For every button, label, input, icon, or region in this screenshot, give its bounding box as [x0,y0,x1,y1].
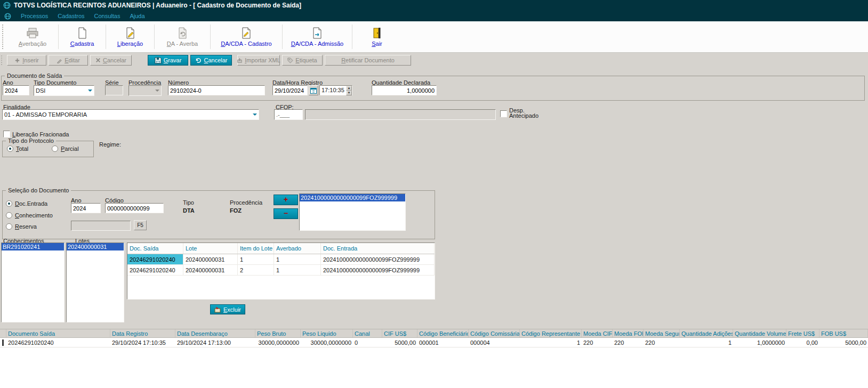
chevron-down-icon[interactable] [251,110,259,119]
col-header[interactable]: Data Desembaraço [175,329,255,337]
numero-input[interactable] [168,85,265,95]
table-row[interactable]: 20246291020240 29/10/2024 17:10:35 29/10… [0,338,868,347]
documentos-listbox[interactable]: 20241000000000000099FOZ999999 [299,193,406,231]
cell-averbado[interactable]: 1 [274,265,321,275]
col-header[interactable]: CIF US$ [382,329,417,337]
cell-item-lote[interactable]: 2 [238,265,274,275]
col-header[interactable]: Documento Saída [6,329,110,337]
col-header[interactable]: Quantidade Volumes [733,329,786,337]
cell-doc-entrada[interactable]: 20241000000000000099FOZ999999 [321,254,435,264]
radio-total[interactable]: Total [7,146,28,152]
toolbar-gripper[interactable] [2,25,6,49]
inserir-button[interactable]: Inserir [7,55,46,66]
cell[interactable]: 29/10/2024 17:10:35 [110,338,175,347]
toolbar-item-dacda-admissao[interactable]: DA/CDA - Admissão [283,21,352,52]
col-header[interactable]: Código Beneficiário [417,329,469,337]
col-header[interactable]: Peso Bruto [255,329,301,337]
cell-doc-entrada[interactable]: 20241000000000000099FOZ999999 [321,265,435,275]
col-header[interactable]: Canal [353,329,382,337]
col-header[interactable]: Frete US$ [786,329,819,337]
col-header[interactable]: Doc. Entrada [321,243,435,254]
chevron-down-icon[interactable] [86,86,94,95]
desp-antecipado-checkbox[interactable] [500,110,507,117]
list-item[interactable]: 20241000000000000099FOZ999999 [300,194,405,201]
cell[interactable]: 20246291020240 [6,338,110,347]
menu-consultas[interactable]: Consultas [94,13,120,19]
cancelar-button-disabled[interactable]: Cancelar [90,55,132,66]
retificar-documento-button[interactable]: Retificar Documento [325,55,411,66]
calendar-button[interactable] [309,85,318,95]
col-header[interactable]: Moeda Seguro [644,329,680,337]
importar-xml-button[interactable]: Importar XML [237,55,280,66]
cell-doc-saida[interactable]: 20246291020240 [127,265,183,275]
col-header[interactable]: Código Representante [520,329,582,337]
cell[interactable]: 0 [353,338,382,347]
spinner-up-icon[interactable]: ▲ [346,86,352,91]
cfop-input[interactable] [274,109,303,120]
list-item[interactable]: 202400000031 [67,243,124,250]
hora-registro-spinner[interactable]: 17:10:35 ▲ ▼ [319,85,352,95]
toolbar-item-dacda-cadastro[interactable]: DA/CDA - Cadastro [211,21,282,52]
cell-lote[interactable]: 202400000031 [183,254,238,264]
toolbar-item-cadastra[interactable]: Cadastra [59,21,106,52]
col-header[interactable]: Código Comissária [469,329,520,337]
cell[interactable]: 30000,0000000 [255,338,301,347]
toolbar-item-liberacao[interactable]: Liberação [106,21,154,52]
radio-conhecimento[interactable]: Conhecimento [6,212,53,219]
conhecimentos-listbox[interactable]: BR291020241 [1,242,65,322]
cell-item-lote[interactable]: 1 [238,254,274,264]
col-header[interactable]: Averbado [274,243,321,254]
cell[interactable]: 1,0000000 [733,338,786,347]
radio-parcial[interactable]: Parcial [52,146,79,152]
cell[interactable]: 000001 [417,338,469,347]
liberacao-fracionada-checkbox[interactable] [3,131,10,138]
menu-cadastros[interactable]: Cadastros [58,13,84,19]
cell[interactable]: 29/10/2024 17:13:00 [175,338,255,347]
cell[interactable]: 5000,00 [819,338,868,347]
gravar-button[interactable]: Gravar [148,55,188,66]
radio-reserva[interactable]: Reserva [6,223,37,230]
cell[interactable]: 220 [613,338,644,347]
cell[interactable]: 220 [644,338,680,347]
cell-doc-saida[interactable]: 20246291020240 [127,254,183,264]
list-item[interactable]: BR291020241 [2,243,64,250]
excluir-button[interactable]: Excluir [210,304,245,314]
quantidade-declarada-input[interactable] [372,85,437,95]
selecao-ano-input[interactable] [71,203,101,213]
editar-button[interactable]: Editar [49,55,88,66]
toolbar-item-averbacao[interactable]: Averbação [7,21,58,52]
col-header[interactable]: Item do Lote [238,243,274,254]
col-header[interactable]: FOB US$ [819,329,868,337]
cell[interactable]: 220 [582,338,613,347]
radio-doc-entrada[interactable]: Doc.Entrada [6,200,47,207]
add-documento-button[interactable]: + [274,195,298,205]
col-header[interactable]: Moeda FOB [613,329,644,337]
data-registro-input[interactable] [272,85,308,95]
col-header[interactable]: Moeda CIF [582,329,613,337]
cell[interactable]: 30000,0000000 [301,338,353,347]
menu-processos[interactable]: Processos [21,13,48,19]
tipo-documento-select[interactable]: DSI [34,85,94,96]
table-row[interactable]: 20246291020240 202400000031 1 1 20241000… [127,254,435,265]
cell[interactable]: 0,00 [786,338,819,347]
col-header[interactable]: Doc. Saída [127,243,183,254]
remove-documento-button[interactable]: − [274,208,298,219]
table-row[interactable]: 20246291020240 202400000031 2 1 20241000… [127,265,435,276]
selecao-codigo-input[interactable] [105,203,164,213]
toolbar-item-sair[interactable]: Sair [352,21,401,52]
lotes-listbox[interactable]: 202400000031 [66,242,124,322]
actionbar-gripper[interactable] [1,55,4,65]
col-header[interactable]: Quantidade Adições [680,329,733,337]
cell[interactable]: 000004 [469,338,520,347]
cell[interactable]: 5000,00 [382,338,417,347]
cancelar-button[interactable]: Cancelar [190,55,232,66]
cell-averbado[interactable]: 1 [274,254,321,264]
spinner-down-icon[interactable]: ▼ [346,91,352,95]
cell[interactable]: 1 [680,338,733,347]
col-header[interactable]: Peso Liquido [301,329,353,337]
finalidade-select[interactable]: 01 - ADMISSAO TEMPORARIA [2,109,259,120]
menu-ajuda[interactable]: Ajuda [130,13,144,19]
col-header[interactable]: Lote [183,243,238,254]
cell[interactable]: 1 [520,338,582,347]
toolbar-item-da-averba[interactable]: DA - Averba [155,21,210,52]
